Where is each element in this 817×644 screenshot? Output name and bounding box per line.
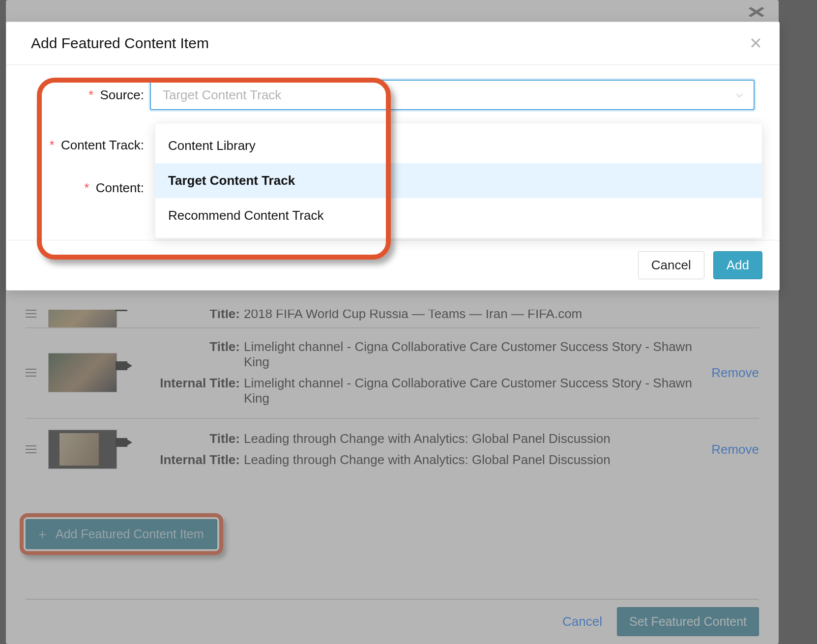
internal-title-label: Internal Title: [129, 452, 241, 468]
panel-footer: Cancel Set Featured Content [26, 599, 759, 639]
dropdown-option-recommend-content-track[interactable]: Recommend Content Track [155, 198, 762, 233]
internal-title-value: Leading through Change with Analytics: G… [244, 452, 699, 468]
add-button[interactable]: Add [713, 251, 762, 279]
modal-header: Add Featured Content Item ✕ [6, 22, 779, 65]
internal-title-value: Limelight channel - Cigna Collaborative … [244, 376, 699, 406]
required-asterisk: * [88, 88, 93, 102]
title-value: Leading through Change with Analytics: G… [244, 431, 699, 446]
cancel-link[interactable]: Cancel [562, 614, 602, 629]
remove-link[interactable]: Remove [699, 365, 759, 381]
video-icon [116, 361, 127, 370]
internal-title-label: Internal Title: [129, 376, 241, 391]
modal-title: Add Featured Content Item [31, 35, 209, 52]
source-select-placeholder: Target Content Track [163, 88, 281, 103]
featured-content-list: Title: 2018 FIFA World Cup Russia — Team… [26, 310, 759, 481]
title-value: 2018 FIFA World Cup Russia — Teams — Ira… [244, 310, 759, 322]
dropdown-option-content-library[interactable]: Content Library [155, 128, 762, 163]
item-meta: Title: Leading through Change with Analy… [129, 431, 699, 468]
close-icon[interactable]: ✕ [749, 34, 762, 53]
required-asterisk: * [50, 138, 55, 152]
video-icon [116, 438, 127, 447]
drag-handle-icon[interactable] [26, 310, 41, 318]
cancel-button[interactable]: Cancel [638, 251, 704, 279]
item-meta: Title: 2018 FIFA World Cup Russia — Team… [129, 310, 759, 322]
set-featured-content-button[interactable]: Set Featured Content [617, 607, 759, 636]
item-meta: Title: Limelight channel - Cigna Collabo… [129, 339, 699, 406]
source-label: * Source: [31, 88, 150, 103]
drag-handle-icon[interactable] [26, 369, 41, 377]
source-select[interactable]: Target Content Track [150, 80, 755, 110]
thumbnail [48, 430, 117, 469]
modal-body: * Source: Target Content Track Content L… [6, 65, 779, 240]
title-label: Title: [129, 339, 241, 354]
title-value: Limelight channel - Cigna Collaborative … [244, 339, 699, 370]
video-icon [116, 310, 127, 311]
underlying-close-icon[interactable]: × [747, 1, 765, 23]
source-dropdown: Content Library Target Content Track Rec… [155, 123, 762, 238]
thumbnail [48, 353, 117, 392]
thumbnail [48, 310, 117, 327]
title-label: Title: [129, 310, 241, 322]
modal-footer: Cancel Add [6, 240, 779, 290]
content-label: * Content: [31, 180, 150, 196]
list-item: Title: Limelight channel - Cigna Collabo… [26, 327, 759, 418]
add-featured-content-label: Add Featured Content Item [56, 527, 204, 541]
remove-link[interactable]: Remove [699, 442, 759, 457]
chevron-down-icon [736, 90, 743, 100]
plus-icon: ＋ [36, 526, 49, 543]
drag-handle-icon[interactable] [26, 445, 41, 453]
add-featured-content-modal: Add Featured Content Item ✕ * Source: Ta… [6, 22, 780, 291]
add-featured-content-button[interactable]: ＋ Add Featured Content Item [26, 519, 217, 549]
title-label: Title: [129, 431, 241, 446]
dropdown-option-target-content-track[interactable]: Target Content Track [155, 163, 762, 198]
content-track-label: * Content Track: [31, 138, 150, 153]
list-item: Title: 2018 FIFA World Cup Russia — Team… [26, 310, 759, 327]
list-item: Title: Leading through Change with Analy… [26, 418, 759, 481]
required-asterisk: * [84, 180, 89, 195]
source-row: * Source: Target Content Track [31, 80, 755, 110]
